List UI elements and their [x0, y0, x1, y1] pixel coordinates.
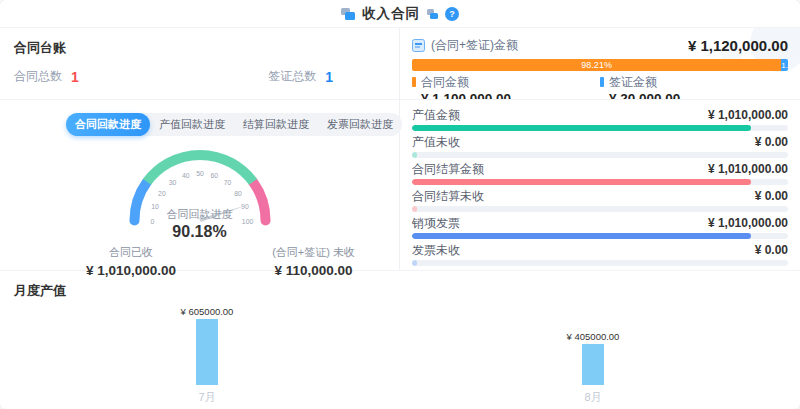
left-panel: 合同台账 合同总数 1 签证总数 1 合同回款进度 产值回款进度 结算回: [0, 28, 400, 270]
svg-text:30: 30: [168, 179, 176, 186]
page-title: 收入合同: [362, 5, 420, 23]
contract-total-value: 1: [71, 69, 79, 85]
x-axis-label-august: 8月: [584, 390, 601, 405]
progress-fill: [412, 179, 751, 185]
amount-ratio-bar: 98.21% 1.: [412, 59, 788, 71]
gauge-arc-teal: [146, 155, 252, 182]
unreceived-value: ¥ 110,000.00: [272, 263, 355, 278]
settlement-amount-value: ¥ 1,010,000.00: [708, 162, 788, 176]
settlement-unreceived-value: ¥ 0.00: [755, 189, 788, 203]
contract-amount-segment: 98.21%: [412, 59, 781, 71]
output-amount-value: ¥ 1,010,000.00: [708, 108, 788, 122]
tab-contract-progress[interactable]: 合同回款进度: [66, 113, 150, 136]
progress-fill: [412, 152, 417, 158]
progress-fill: [412, 260, 417, 266]
visa-total-stat: 签证总数 1: [268, 68, 333, 85]
svg-text:90: 90: [241, 203, 249, 210]
output-unreceived-value: ¥ 0.00: [755, 135, 788, 149]
amount-icon: [412, 39, 425, 52]
ledger-title: 合同台账: [14, 39, 385, 57]
dashboard-card: 收入合同 ? 合同台账 合同总数 1 签证总数 1: [0, 0, 800, 409]
progress-track: [412, 125, 788, 131]
contract-total-stat: 合同总数 1: [14, 68, 79, 85]
settlement-amount-label: 合同结算金额: [412, 161, 484, 178]
list-item: 发票未收 ¥ 0.00: [412, 242, 788, 266]
list-item: 产值未收 ¥ 0.00: [412, 134, 788, 158]
page-header: 收入合同 ?: [0, 0, 800, 28]
invoice-amount-label: 销项发票: [412, 215, 460, 232]
gauge-chart: 0 10 20 30 40 50 60 70 80 90 100: [110, 138, 290, 241]
visa-amount-segment: 1.: [781, 59, 788, 71]
amount-progress-list: 产值金额 ¥ 1,010,000.00 产值未收 ¥ 0.00 合同结算金额: [400, 100, 800, 266]
monthly-bar-chart: ¥ 605000.00 7月 ¥ 405000.00 8月: [14, 302, 786, 405]
unreceived-stat: (合同+签证) 未收 ¥ 110,000.00: [272, 245, 355, 278]
amount-summary-section: (合同+签证)金额 ¥ 1,120,000.00 98.21% 1. 合同金额 …: [400, 28, 800, 100]
monthly-output-section: 月度产值 ¥ 605000.00 7月 ¥ 405000.00 8月: [0, 270, 800, 409]
bar-value-label: ¥ 405000.00: [567, 331, 620, 342]
visa-total-label: 签证总数: [268, 68, 316, 85]
svg-text:60: 60: [210, 172, 218, 179]
unreceived-label: (合同+签证) 未收: [272, 245, 355, 260]
progress-track: [412, 179, 788, 185]
tab-settlement-progress[interactable]: 结算回款进度: [234, 113, 318, 136]
output-unreceived-label: 产值未收: [412, 134, 460, 151]
progress-fill: [412, 125, 751, 131]
progress-fill: [412, 206, 417, 212]
contract-total-label: 合同总数: [14, 68, 62, 85]
bar-group-august: ¥ 405000.00 8月: [400, 302, 786, 405]
list-item: 产值金额 ¥ 1,010,000.00: [412, 107, 788, 131]
documents-icon: [341, 8, 355, 20]
svg-text:20: 20: [158, 190, 166, 197]
list-item: 合同结算未收 ¥ 0.00: [412, 188, 788, 212]
contract-received-stat: 合同已收 ¥ 1,010,000.00: [86, 245, 176, 278]
invoice-amount-value: ¥ 1,010,000.00: [708, 216, 788, 230]
progress-track: [412, 260, 788, 266]
contract-amount-value: ¥ 1,100,000.00: [421, 91, 600, 100]
svg-text:10: 10: [151, 203, 159, 210]
invoice-unreceived-label: 发票未收: [412, 242, 460, 259]
svg-text:70: 70: [223, 179, 231, 186]
output-amount-label: 产值金额: [412, 107, 460, 124]
contract-received-label: 合同已收: [86, 245, 176, 260]
list-item: 合同结算金额 ¥ 1,010,000.00: [412, 161, 788, 185]
visa-amount-value: ¥ 20,000.00: [609, 91, 788, 100]
bar-july: [196, 319, 218, 385]
total-amount-label: (合同+签证)金额: [431, 37, 518, 54]
progress-track: [412, 233, 788, 239]
list-item: 销项发票 ¥ 1,010,000.00: [412, 215, 788, 239]
tab-output-progress[interactable]: 产值回款进度: [150, 113, 234, 136]
visa-amount-label: 签证金额: [609, 74, 657, 91]
svg-text:40: 40: [181, 172, 189, 179]
right-panel: (合同+签证)金额 ¥ 1,120,000.00 98.21% 1. 合同金额 …: [400, 28, 800, 270]
invoice-unreceived-value: ¥ 0.00: [755, 243, 788, 257]
progress-track: [412, 206, 788, 212]
legend-visa-amount: 签证金额 ¥ 20,000.00: [600, 75, 788, 100]
bar-august: [582, 344, 604, 386]
documents-small-icon: [427, 9, 438, 19]
progress-gauge-section: 合同回款进度 产值回款进度 结算回款进度 发票回款进度 0 10 20: [0, 100, 399, 278]
tab-invoice-progress[interactable]: 发票回款进度: [318, 113, 402, 136]
contract-ledger-section: 合同台账 合同总数 1 签证总数 1: [0, 28, 399, 100]
svg-text:0: 0: [150, 218, 154, 225]
legend-contract-amount: 合同金额 ¥ 1,100,000.00: [412, 75, 600, 100]
monthly-output-title: 月度产值: [14, 282, 786, 300]
progress-track: [412, 152, 788, 158]
svg-text:100: 100: [241, 218, 253, 225]
visa-amount-swatch: [600, 77, 604, 87]
contract-amount-label: 合同金额: [421, 74, 469, 91]
gauge-value: 90.18%: [110, 223, 290, 241]
svg-text:50: 50: [196, 170, 204, 177]
bar-value-label: ¥ 605000.00: [181, 306, 234, 317]
contract-amount-swatch: [412, 77, 416, 87]
svg-text:80: 80: [234, 190, 242, 197]
total-amount-value: ¥ 1,120,000.00: [688, 37, 788, 54]
contract-received-value: ¥ 1,010,000.00: [86, 263, 176, 278]
progress-fill: [412, 233, 751, 239]
help-icon[interactable]: ?: [445, 7, 459, 21]
visa-total-value: 1: [325, 69, 333, 85]
bar-group-july: ¥ 605000.00 7月: [14, 302, 400, 405]
progress-tabs: 合同回款进度 产值回款进度 结算回款进度 发票回款进度: [66, 113, 402, 136]
settlement-unreceived-label: 合同结算未收: [412, 188, 484, 205]
x-axis-label-july: 7月: [198, 390, 215, 405]
